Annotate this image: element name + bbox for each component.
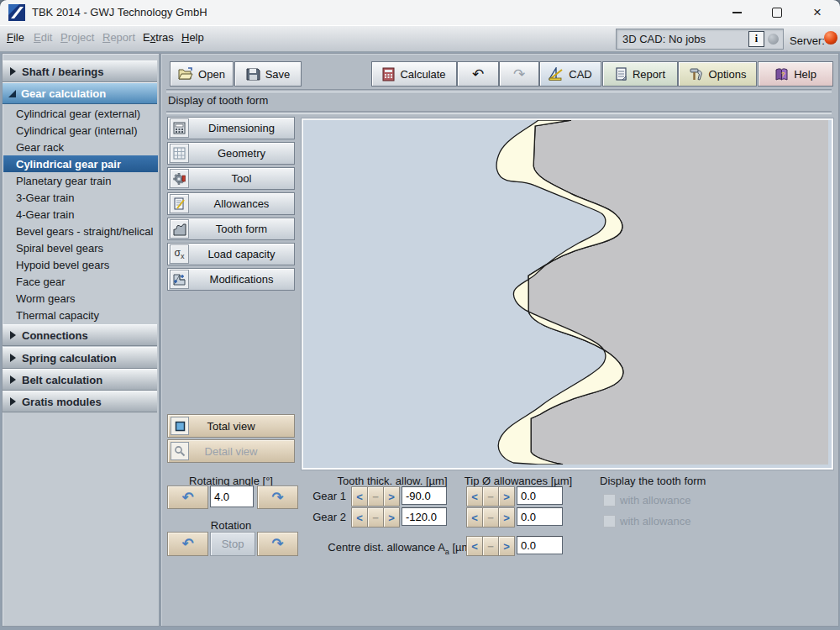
rotating-angle-input[interactable]: 4.0	[210, 486, 254, 507]
help-button[interactable]: ? Help	[758, 61, 833, 87]
sidebar-item-thermal-capacity[interactable]: Thermal capacity	[3, 307, 158, 323]
chevron-expanded-icon	[8, 90, 16, 97]
open-folder-icon	[178, 67, 193, 81]
close-icon: ×	[813, 4, 822, 21]
dimensioning-button[interactable]: Dimensioning	[167, 117, 295, 139]
geometry-button[interactable]: Geometry	[167, 142, 295, 165]
tip1-decrease-button[interactable]: <	[466, 486, 483, 507]
app-window: TBK 2014 - GWJ Technology GmbH × File Ed…	[0, 0, 840, 630]
tip2-allowance-input[interactable]: 0.0	[517, 507, 563, 526]
chevron-right-icon	[10, 397, 16, 406]
rotation-ccw-button[interactable]: ↶	[167, 532, 208, 556]
calculate-button[interactable]: Calculate	[371, 61, 457, 87]
tip1-increase-button[interactable]: >	[498, 486, 515, 507]
centre-decrease-button[interactable]: <	[466, 536, 483, 556]
report-notepad-icon	[615, 67, 627, 81]
dimensioning-icon	[170, 118, 189, 138]
close-button[interactable]: ×	[803, 3, 832, 23]
page-title: Display of tooth form	[168, 94, 268, 107]
tip-allowances-label: Tip Ø allowances [µm]	[459, 475, 577, 487]
tip2-decrease-button[interactable]: <	[466, 507, 483, 528]
sidebar-item-4-gear-train[interactable]: 4-Gear train	[3, 206, 158, 223]
rotate-cw-button[interactable]: ↷	[257, 486, 298, 509]
gear1-increase-button[interactable]: >	[383, 486, 400, 507]
save-button[interactable]: Save	[234, 61, 302, 87]
report-button[interactable]: Report	[602, 61, 678, 87]
tool-gear-icon	[170, 169, 189, 188]
sidebar-item-worm-gears[interactable]: Worm gears	[3, 290, 158, 307]
tool-button[interactable]: Tool	[167, 167, 295, 190]
modifications-button[interactable]: Modifications	[167, 268, 295, 291]
cad-status-box: 3D CAD: No jobs i	[616, 29, 784, 50]
load-capacity-button[interactable]: σx Load capacity	[167, 243, 295, 265]
sidebar-item-gear-calculation[interactable]: Gear calculation	[3, 82, 157, 104]
tooth-form-display[interactable]	[302, 118, 833, 470]
undo-button[interactable]: ↶	[457, 61, 499, 87]
sidebar: Shaft / bearings Gear calculation Cylind…	[2, 53, 160, 627]
rotation-label: Rotation	[167, 519, 295, 532]
gear2-allowance-input[interactable]: -120.0	[402, 507, 447, 526]
separator	[166, 111, 832, 114]
centre-increase-button[interactable]: >	[498, 536, 515, 556]
maximize-icon	[772, 8, 782, 18]
save-floppy-icon	[246, 67, 260, 81]
info-button[interactable]: i	[748, 31, 764, 47]
total-view-icon	[171, 417, 189, 435]
sidebar-item-cylindrical-gear-external[interactable]: Cylindrical gear (external)	[3, 105, 158, 122]
rotation-cw-button[interactable]: ↷	[257, 532, 298, 556]
cad-status-text: 3D CAD: No jobs	[617, 33, 748, 45]
rotate-ccw-button[interactable]: ↶	[167, 486, 208, 509]
menu-extras[interactable]: Extras	[143, 31, 174, 44]
chevron-right-icon	[10, 331, 16, 339]
redo-button: ↷	[499, 61, 539, 87]
undo-icon: ↶	[472, 67, 484, 81]
gear1-label: Gear 1	[311, 490, 346, 502]
gear1-decrease-button[interactable]: <	[351, 486, 368, 507]
sidebar-item-cylindrical-gear-pair[interactable]: Cylindrical gear pair	[3, 155, 158, 172]
sidebar-item-shaft-bearings[interactable]: Shaft / bearings	[3, 60, 157, 82]
server-label: Server:	[790, 34, 825, 47]
allowances-button[interactable]: Allowances	[167, 192, 295, 215]
with-allowance-label-1: with allowance	[620, 494, 691, 507]
menu-help[interactable]: Help	[181, 31, 204, 44]
gear1-allowance-input[interactable]: -90.0	[402, 486, 447, 505]
sidebar-item-planetary-gear-train[interactable]: Planetary gear train	[3, 172, 158, 189]
tip2-increase-button[interactable]: >	[498, 507, 515, 528]
detail-view-button: Detail view	[167, 439, 295, 463]
sidebar-item-gratis-modules[interactable]: Gratis modules	[3, 391, 157, 412]
menu-project: Project	[60, 31, 94, 44]
sidebar-item-gear-rack[interactable]: Gear rack	[3, 139, 158, 155]
gear2-label: Gear 2	[311, 511, 346, 523]
centre-allowance-input[interactable]: 0.0	[517, 536, 563, 554]
tooth-form-graphic	[303, 120, 828, 465]
menu-file[interactable]: File	[7, 31, 24, 44]
gear1-reset-button: −	[367, 486, 384, 507]
minimize-button[interactable]	[722, 3, 751, 23]
main-panel: Open Save Calculate ↶ ↷	[160, 53, 839, 627]
tip1-reset-button: −	[482, 486, 499, 507]
sidebar-item-3-gear-train[interactable]: 3-Gear train	[3, 189, 158, 206]
total-view-button[interactable]: Total view	[167, 414, 295, 438]
menu-bar: File Edit Project Report Extras Help 3D …	[0, 25, 840, 52]
gear2-increase-button[interactable]: >	[383, 507, 400, 528]
redo-icon: ↷	[513, 67, 525, 81]
open-button[interactable]: Open	[170, 61, 234, 87]
tooth-thick-allow-label: Tooth thick. allow. [µm]	[329, 475, 455, 487]
options-button[interactable]: Options	[678, 61, 757, 87]
sidebar-item-spiral-bevel-gears[interactable]: Spiral bevel gears	[3, 239, 158, 256]
sidebar-item-connections[interactable]: Connections	[3, 324, 157, 346]
separator	[166, 89, 832, 92]
sidebar-item-spring-calculation[interactable]: Spring calculation	[3, 347, 157, 369]
sidebar-item-face-gear[interactable]: Face gear	[3, 273, 158, 290]
sidebar-item-belt-calculation[interactable]: Belt calculation	[3, 369, 157, 391]
cad-button[interactable]: CAD	[539, 61, 601, 87]
gear2-reset-button: −	[367, 507, 384, 528]
gear2-decrease-button[interactable]: <	[351, 507, 368, 528]
tip1-allowance-input[interactable]: 0.0	[517, 486, 563, 505]
window-title: TBK 2014 - GWJ Technology GmbH	[32, 6, 207, 18]
maximize-button[interactable]	[763, 3, 791, 23]
sidebar-item-bevel-gears[interactable]: Bevel gears - straight/helical	[3, 223, 158, 239]
sidebar-item-hypoid-bevel-gears[interactable]: Hypoid bevel gears	[3, 256, 158, 273]
sidebar-item-cylindrical-gear-internal[interactable]: Cylindrical gear (internal)	[3, 122, 158, 139]
tooth-form-button[interactable]: Tooth form	[167, 218, 295, 240]
